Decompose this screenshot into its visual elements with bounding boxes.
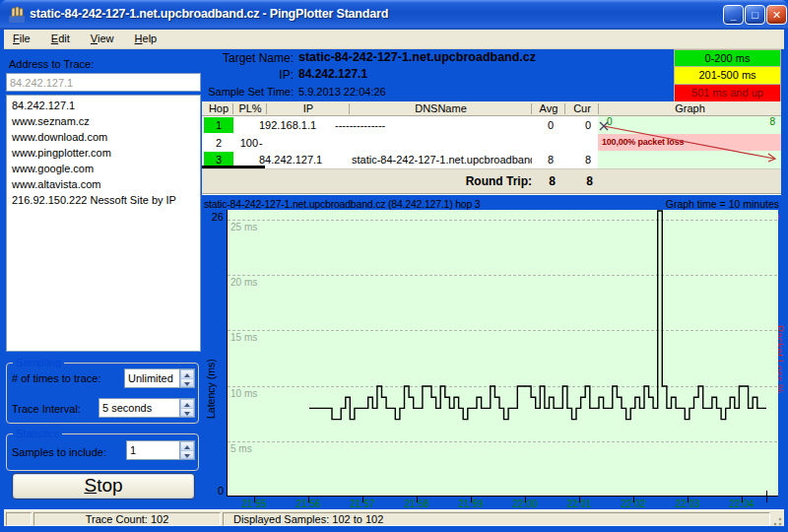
trace-count-status: Trace Count: 102 xyxy=(33,512,221,526)
ip-value: - xyxy=(259,135,348,151)
cur-value: 8 xyxy=(558,152,591,167)
address-to-trace-label: Address to Trace: xyxy=(9,58,94,70)
status-bar: Trace Count: 102 Displayed Samples: 102 … xyxy=(4,509,784,526)
menu-view[interactable]: View xyxy=(82,30,123,46)
hop-number[interactable]: 2 xyxy=(204,135,233,151)
hop-table-header: Hop PL% IP DNSName Avg Cur Graph xyxy=(202,101,781,116)
app-window: static-84-242-127-1.net.upcbroadband.cz … xyxy=(0,0,788,532)
spinner-up-icon[interactable] xyxy=(180,369,194,378)
y-zero-label: 0 xyxy=(204,485,224,497)
legend-green: 0-200 ms xyxy=(674,49,781,67)
sampling-group-title: Sampling xyxy=(13,357,64,368)
spinner-down-icon[interactable] xyxy=(180,408,194,418)
hop-mini-graph: 0 8 100,00% packet loss xyxy=(598,116,781,168)
round-trip-label: Round Trip: xyxy=(448,173,532,189)
spinner-up-icon[interactable] xyxy=(180,441,194,450)
window-border xyxy=(0,526,788,532)
round-trip-cur: 8 xyxy=(558,173,593,189)
col-graph[interactable]: Graph xyxy=(599,102,781,114)
address-list-item[interactable]: www.google.com xyxy=(7,161,200,176)
spinner-down-icon[interactable] xyxy=(180,378,194,388)
times-to-trace-spinner[interactable]: Unlimited xyxy=(124,368,195,388)
cur-value: 0 xyxy=(558,117,591,133)
status-pane-empty xyxy=(6,512,32,526)
col-pl[interactable]: PL% xyxy=(233,102,267,114)
col-avg[interactable]: Avg xyxy=(532,102,565,114)
app-icon xyxy=(8,6,26,24)
trace-interval-label: Trace Interval: xyxy=(12,403,81,415)
col-ip[interactable]: IP xyxy=(267,102,350,114)
spinner-down-icon[interactable] xyxy=(180,450,194,460)
times-to-trace-value[interactable]: Unlimited xyxy=(125,369,179,387)
latency-timeline-plot[interactable]: 25 ms 20 ms 15 ms 10 ms 5 ms xyxy=(227,210,778,497)
dns-value: static-84-242-127-1.net.upcbroadband.cz xyxy=(352,152,532,167)
col-hop[interactable]: Hop xyxy=(204,102,233,114)
divider xyxy=(202,193,781,195)
ip-value: 84.242.127.1 xyxy=(259,152,348,167)
statistics-group-title: Statistics xyxy=(13,428,62,439)
resize-grip-icon[interactable] xyxy=(770,514,782,526)
target-name-label: Target Name: xyxy=(202,51,294,65)
col-cur[interactable]: Cur xyxy=(565,102,599,114)
address-list-item[interactable]: 84.242.127.1 xyxy=(7,98,200,113)
graph-time-label: Graph time = 10 minutes xyxy=(666,198,779,210)
maximize-button[interactable]: □ xyxy=(745,5,765,25)
hop-number-badge[interactable]: 1 xyxy=(204,117,233,133)
address-list-item[interactable]: www.seznam.cz xyxy=(7,113,200,129)
address-list-item[interactable]: 216.92.150.222 Nessoft Site by IP xyxy=(7,192,200,208)
round-trip-avg: 8 xyxy=(522,173,556,189)
samples-to-include-value[interactable]: 1 xyxy=(127,441,179,459)
address-input[interactable] xyxy=(6,73,201,92)
address-list[interactable]: 84.242.127.1www.seznam.czwww.download.co… xyxy=(6,95,201,352)
times-to-trace-label: # of times to trace: xyxy=(12,372,100,384)
legend-yellow: 201-500 ms xyxy=(674,67,781,85)
title-bar[interactable]: static-84-242-127-1.net.upcbroadband.cz … xyxy=(0,0,788,30)
displayed-samples-status: Displayed Samples: 102 to 102 xyxy=(223,512,770,526)
dns-value: -------------- xyxy=(335,117,515,133)
target-name-value: static-84-242-127-1.net.upcbroadband.cz xyxy=(298,50,536,64)
round-trip-row: Round Trip: 8 8 xyxy=(202,168,781,193)
ip-value: 84.242.127.1 xyxy=(298,67,367,81)
samples-to-include-label: Samples to include: xyxy=(12,446,106,458)
avg-value: 8 xyxy=(522,152,554,167)
address-list-item[interactable]: www.pingplotter.com xyxy=(7,145,200,161)
legend-red: 501 ms and up xyxy=(674,85,781,102)
menu-edit[interactable]: Edit xyxy=(42,30,79,46)
samples-to-include-spinner[interactable]: 1 xyxy=(126,440,195,460)
menu-bar: File Edit View Help xyxy=(4,30,784,49)
ip-label: IP: xyxy=(202,68,294,82)
sample-set-time-value: 5.9.2013 22:04:26 xyxy=(298,86,386,98)
latency-legend: 0-200 ms 201-500 ms 501 ms and up xyxy=(674,49,781,102)
y-max-label: 26 xyxy=(204,211,224,223)
menu-file[interactable]: File xyxy=(4,30,39,46)
trace-interval-spinner[interactable]: 5 seconds xyxy=(98,398,195,418)
latency-series-line xyxy=(228,210,779,497)
latency-axis-label: Latency (ms) xyxy=(205,359,217,419)
pl-value: 100 xyxy=(233,135,258,151)
col-dnsname[interactable]: DNSName xyxy=(350,102,532,114)
address-list-item[interactable]: www.altavista.com xyxy=(7,176,200,192)
menu-help[interactable]: Help xyxy=(126,30,166,46)
avg-value: 0 xyxy=(522,117,554,133)
trace-interval-value[interactable]: 5 seconds xyxy=(99,399,179,417)
window-title: static-84-242-127-1.net.upcbroadband.cz … xyxy=(30,7,388,21)
address-list-item[interactable]: www.download.com xyxy=(7,129,200,145)
stop-button[interactable]: Stop xyxy=(12,473,195,499)
hop-latency-line xyxy=(598,116,781,168)
minimize-button[interactable]: _ xyxy=(723,5,744,25)
close-button[interactable]: ✕ xyxy=(766,5,787,25)
spinner-up-icon[interactable] xyxy=(180,399,194,408)
sample-set-time-label: Sample Set Time: xyxy=(202,86,294,98)
graph-title: static-84-242-127-1.net.upcbroadband.cz … xyxy=(204,198,480,210)
